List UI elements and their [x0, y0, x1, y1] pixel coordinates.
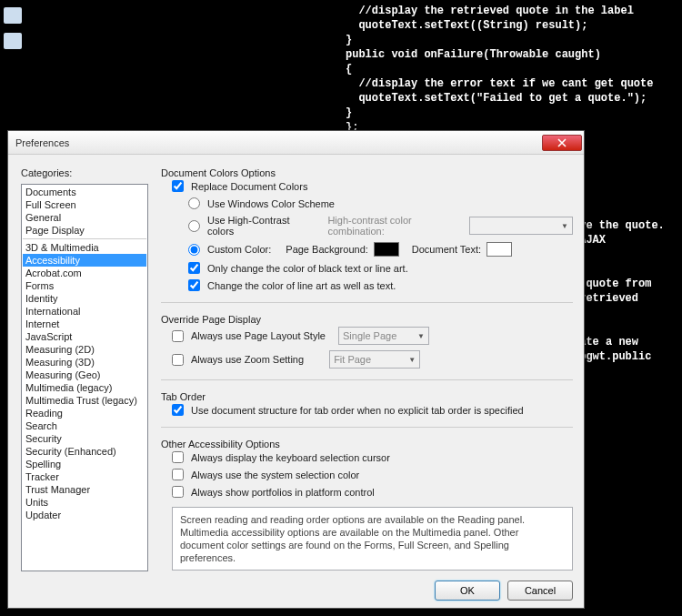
zoom-label: Always use Zoom Setting: [191, 354, 304, 365]
sys-color-label: Always use the system selection color: [191, 470, 359, 480]
zoom-checkbox[interactable]: [172, 354, 184, 366]
dialog-title: Preferences: [15, 137, 542, 148]
categories-list[interactable]: DocumentsFull ScreenGeneralPage Display3…: [21, 184, 148, 571]
page-bg-label: Page Background:: [286, 244, 368, 255]
page-layout-label: Always use Page Layout Style: [191, 330, 326, 341]
windows-scheme-radio[interactable]: [188, 197, 200, 209]
page-bg-swatch[interactable]: [374, 242, 399, 257]
portfolios-checkbox[interactable]: [172, 486, 184, 498]
category-item[interactable]: Page Display: [23, 224, 146, 237]
settings-panel: Document Colors Options Replace Document…: [161, 167, 573, 571]
categories-panel: Categories: DocumentsFull ScreenGeneralP…: [21, 167, 148, 571]
dialog-buttons: OK Cancel: [21, 571, 573, 601]
line-art-checkbox[interactable]: [188, 279, 200, 291]
hc-combo-dropdown: ▼: [469, 217, 573, 235]
category-item[interactable]: Forms: [23, 279, 146, 292]
cancel-button[interactable]: Cancel: [507, 581, 573, 601]
close-button[interactable]: [542, 135, 582, 151]
category-item[interactable]: International: [23, 305, 146, 318]
category-item[interactable]: 3D & Multimedia: [23, 241, 146, 254]
category-item[interactable]: Tracker: [23, 470, 146, 483]
sys-color-checkbox[interactable]: [172, 469, 184, 480]
ok-button[interactable]: OK: [435, 581, 500, 601]
preferences-dialog: Preferences Categories: DocumentsFull Sc…: [7, 130, 585, 609]
category-item[interactable]: Reading: [23, 407, 146, 419]
zoom-dropdown: Fit Page▼: [329, 350, 420, 369]
category-item[interactable]: Accessibility: [23, 254, 146, 267]
hc-combo-label: High-contrast color combination:: [327, 215, 463, 237]
close-icon: [557, 138, 567, 147]
category-item[interactable]: Trust Manager: [23, 483, 146, 496]
chevron-down-icon: ▼: [408, 356, 416, 364]
custom-color-label: Custom Color:: [207, 244, 271, 255]
titlebar: Preferences: [8, 131, 584, 155]
category-item[interactable]: Multimedia Trust (legacy): [23, 394, 146, 407]
divider: [161, 379, 573, 380]
page-layout-dropdown: Single Page▼: [338, 327, 429, 345]
category-item[interactable]: Spelling: [23, 458, 146, 470]
category-item[interactable]: Security (Enhanced): [23, 445, 146, 458]
chevron-down-icon: ▼: [417, 332, 425, 340]
categories-label: Categories:: [21, 167, 148, 178]
only-black-label: Only change the color of black text or l…: [207, 263, 408, 274]
chevron-down-icon: ▼: [561, 222, 568, 230]
category-item[interactable]: Search: [23, 419, 146, 432]
category-item[interactable]: Measuring (2D): [23, 343, 146, 356]
override-title: Override Page Display: [161, 314, 573, 325]
page-layout-checkbox[interactable]: [172, 330, 184, 342]
background-code-side: eve the quote. AJAX n quote from retriev…: [573, 218, 682, 364]
tab-order-title: Tab Order: [161, 391, 573, 402]
tab-structure-checkbox[interactable]: [172, 404, 184, 416]
kb-cursor-label: Always display the keyboard selection cu…: [191, 452, 390, 463]
category-item[interactable]: Measuring (Geo): [23, 369, 146, 381]
category-item[interactable]: Security: [23, 432, 146, 445]
custom-color-radio[interactable]: [188, 244, 200, 256]
category-item[interactable]: Multimedia (legacy): [23, 381, 146, 394]
windows-scheme-label: Use Windows Color Scheme: [207, 198, 335, 209]
category-item[interactable]: General: [23, 211, 146, 224]
category-item[interactable]: Identity: [23, 292, 146, 305]
portfolios-label: Always show portfolios in platform contr…: [191, 487, 375, 498]
category-item[interactable]: Acrobat.com: [23, 267, 146, 279]
info-text: Screen reading and reading order options…: [172, 507, 573, 571]
category-item[interactable]: Full Screen: [23, 198, 146, 211]
high-contrast-radio[interactable]: [188, 220, 200, 232]
background-code: //display the retrieved quote in the lab…: [0, 0, 682, 149]
tab-structure-label: Use document structure for tab order whe…: [191, 405, 524, 416]
doc-text-swatch[interactable]: [486, 242, 512, 257]
category-item[interactable]: JavaScript: [23, 330, 146, 343]
category-item[interactable]: Internet: [23, 318, 146, 330]
replace-doc-colors-label: Replace Document Colors: [191, 181, 307, 192]
divider: [161, 302, 573, 303]
doc-text-label: Document Text:: [412, 244, 481, 255]
other-title: Other Accessibility Options: [161, 439, 573, 449]
category-item[interactable]: Documents: [23, 186, 146, 198]
only-black-checkbox[interactable]: [188, 262, 200, 274]
category-item[interactable]: Updater: [23, 509, 146, 521]
kb-cursor-checkbox[interactable]: [172, 451, 184, 463]
category-item[interactable]: Units: [23, 496, 146, 509]
high-contrast-label: Use High-Contrast colors: [207, 215, 313, 237]
replace-doc-colors-checkbox[interactable]: [172, 180, 184, 192]
line-art-label: Change the color of line art as well as …: [207, 280, 396, 291]
category-item[interactable]: Measuring (3D): [23, 356, 146, 369]
divider: [23, 238, 146, 239]
divider: [161, 427, 573, 428]
doc-colors-title: Document Colors Options: [161, 167, 573, 178]
